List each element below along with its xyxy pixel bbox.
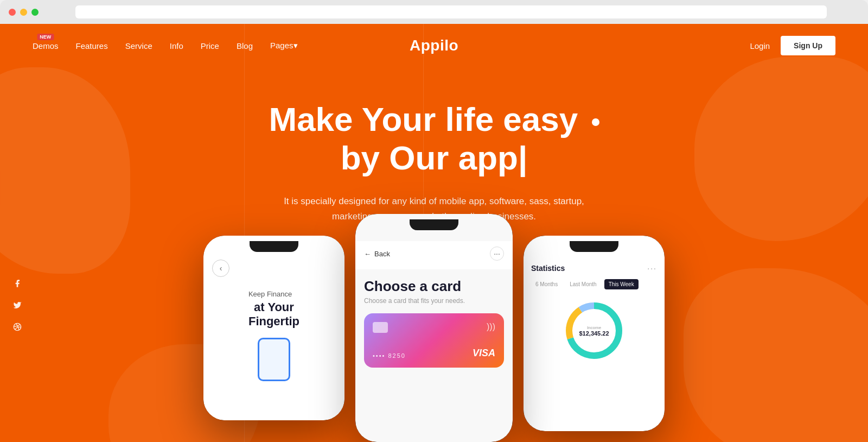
phone-center: ← Back ··· Choose a card Choose a card t… xyxy=(355,214,513,442)
nav-item-info[interactable]: Info xyxy=(170,41,183,50)
finance-keep: Keep Finance at Your Fingertip xyxy=(248,279,299,329)
phone-illustration xyxy=(241,338,307,381)
nav-item-pages[interactable]: Pages▾ xyxy=(270,41,298,50)
social-sidebar xyxy=(13,279,22,333)
new-badge: New xyxy=(37,34,54,40)
back-label: Back xyxy=(374,250,390,258)
stats-tabs: 6 Months Last Month This Week xyxy=(524,279,665,289)
card-chip xyxy=(373,322,388,333)
phone-notch-right xyxy=(570,241,618,252)
phone-notch-left xyxy=(250,241,298,252)
choose-card-title: Choose a card xyxy=(355,269,513,297)
back-arrow-icon: ← xyxy=(364,250,371,258)
screen-left: ‹ Keep Finance at Your Fingertip xyxy=(203,236,344,420)
card-wave-icon: ))) xyxy=(487,322,495,332)
phone-right: Statistics ··· 6 Months Last Month This … xyxy=(524,236,665,431)
navbar: New Demos Features Service Info Price Bl… xyxy=(0,24,868,67)
nav-item-service[interactable]: Service xyxy=(125,41,152,50)
income-label: Income xyxy=(579,325,609,330)
hero-dot xyxy=(592,118,599,126)
tab-lastmonth[interactable]: Last Month xyxy=(565,279,601,289)
stats-title: Statistics xyxy=(531,264,565,273)
hero-title-line2: by Our app| xyxy=(341,139,528,176)
site-logo[interactable]: Appilo xyxy=(410,37,458,54)
dribbble-icon[interactable] xyxy=(13,323,22,333)
illus-phone-inner xyxy=(258,338,290,381)
stats-header: Statistics ··· xyxy=(524,257,665,279)
tab-6months[interactable]: 6 Months xyxy=(531,279,562,289)
browser-chrome xyxy=(0,0,868,24)
address-bar[interactable] xyxy=(75,5,827,18)
tab-thisweek[interactable]: This Week xyxy=(604,279,639,289)
login-link[interactable]: Login xyxy=(750,41,770,50)
donut-container: Income $12,345.22 xyxy=(524,298,665,363)
phone-left: ‹ Keep Finance at Your Fingertip xyxy=(203,236,344,420)
bg-blob-right-bottom xyxy=(684,268,868,442)
facebook-icon[interactable] xyxy=(13,279,22,290)
more-options-button[interactable]: ··· xyxy=(490,247,504,261)
screen-center: ← Back ··· Choose a card Choose a card t… xyxy=(355,214,513,442)
card-bottom: •••• 8250 VISA xyxy=(373,348,495,359)
hero-section: Make Your life easy by Our app| It is sp… xyxy=(0,67,868,225)
income-value: $12,345.22 xyxy=(579,330,609,337)
donut-chart: Income $12,345.22 xyxy=(561,298,627,363)
twitter-icon[interactable] xyxy=(13,301,22,312)
hero-title: Make Your life easy by Our app| xyxy=(11,100,857,178)
card-number: •••• 8250 xyxy=(373,352,406,359)
phones-container: ‹ Keep Finance at Your Fingertip xyxy=(203,214,665,442)
hero-title-line1: Make Your life easy xyxy=(269,100,599,138)
finance-label: Keep Finance xyxy=(248,290,299,298)
nav-item-features[interactable]: Features xyxy=(76,41,108,50)
more-icon[interactable]: ··· xyxy=(647,264,657,273)
credit-card: ))) •••• 8250 VISA xyxy=(364,313,504,368)
nav-arrow-left[interactable]: ‹ xyxy=(212,260,229,277)
nav-item-price[interactable]: Price xyxy=(201,41,219,50)
nav-item-demos[interactable]: New Demos xyxy=(33,41,59,50)
choose-card-subtitle: Choose a card that fits your needs. xyxy=(355,297,513,313)
close-button[interactable] xyxy=(9,9,16,16)
nav-left: New Demos Features Service Info Price Bl… xyxy=(33,41,750,50)
donut-center: Income $12,345.22 xyxy=(579,325,609,337)
center-header: ← Back ··· xyxy=(355,241,513,269)
phone-notch-center xyxy=(410,219,458,230)
nav-right: Login Sign Up xyxy=(750,36,835,55)
fingertip-title: at Your Fingertip xyxy=(248,300,299,329)
nav-item-blog[interactable]: Blog xyxy=(237,41,253,50)
signup-button[interactable]: Sign Up xyxy=(781,36,835,55)
site-wrapper: New Demos Features Service Info Price Bl… xyxy=(0,24,868,442)
minimize-button[interactable] xyxy=(20,9,27,16)
maximize-button[interactable] xyxy=(31,9,39,16)
back-button[interactable]: ← Back xyxy=(364,250,390,258)
visa-label: VISA xyxy=(473,348,495,359)
screen-right: Statistics ··· 6 Months Last Month This … xyxy=(524,236,665,431)
